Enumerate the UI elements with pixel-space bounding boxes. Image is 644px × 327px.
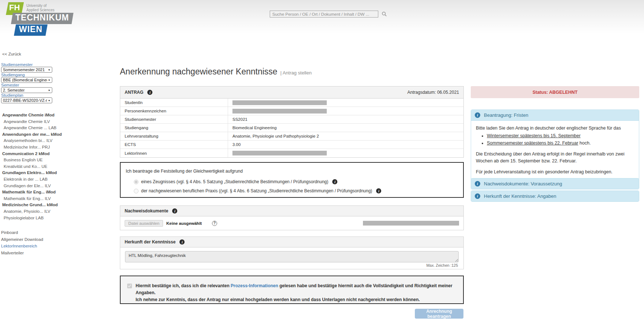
- info-icon[interactable]: i: [332, 179, 337, 184]
- confirmation-checkbox[interactable]: [127, 284, 132, 288]
- praxis-radio[interactable]: [134, 189, 139, 193]
- nav-item-module[interactable]: Medizinische Grund... kMod: [2, 202, 71, 208]
- nav-item[interactable]: Anatomie, Physiolo... ILV: [4, 208, 71, 215]
- fristen-deadline-list: Wintersemester spätestens bis 15. Septem…: [487, 132, 634, 146]
- table-row: Studiengang Biomedical Engineering: [120, 124, 463, 132]
- zeugnis-radio-label: eines Zeugnisses (vgl. § 4 Abs. 5 Satzun…: [141, 179, 328, 184]
- info-icon[interactable]: i: [172, 208, 177, 213]
- page-title: Anerkennung nachgewiesener Kenntnisse: [120, 67, 277, 77]
- filter-label-studienplan: Studienplan: [1, 93, 56, 97]
- nav-item[interactable]: Medizinische Infor... PRJ: [4, 144, 71, 151]
- herkunft-panel: Herkunft der Kenntnisse i HTL Mödling, F…: [120, 236, 464, 269]
- nachweisdokumente-voraussetzung-header[interactable]: i Nachweisdokumente: Voraussetzung: [471, 178, 639, 189]
- filter-label-studiengang: Studiengang: [1, 73, 56, 77]
- row-value: 3.00: [228, 142, 463, 147]
- table-row: Personenkennzeichen: [120, 107, 463, 115]
- row-label: Personenkennzeichen: [120, 107, 228, 115]
- fristen-panel-title: Beantragung: Fristen: [484, 112, 528, 118]
- logo-subtitle: University of Applied Sciences: [26, 2, 54, 12]
- page-title-row: Anerkennung nachgewiesener Kenntnisse | …: [120, 67, 312, 77]
- logo-technikum: TECHNIKUM: [11, 13, 73, 24]
- nav-item[interactable]: Kreativität und Ko... UE: [4, 164, 71, 170]
- anrechnung-beantragen-button[interactable]: Anrechnung beantragen: [415, 309, 463, 319]
- sommersemester-deadline-link[interactable]: Sommersemester spätestens bis 22. Februa…: [487, 141, 578, 146]
- question-icon[interactable]: ?: [212, 221, 217, 226]
- max-chars-hint: Max. Zeichen :125: [125, 263, 459, 268]
- info-icon[interactable]: i: [179, 239, 185, 245]
- confirmation-text: Hiermit bestätige ich, dass ich die rele…: [136, 282, 458, 304]
- info-icon[interactable]: i: [376, 188, 381, 193]
- nachweisdokumente-panel: Nachweisdokumente i Datei auswählen Kein…: [120, 205, 464, 230]
- row-label: Lehrveranstaltung: [120, 132, 228, 140]
- redacted-value: [232, 109, 327, 114]
- status-badge: Status: ABGELEHNT: [471, 86, 639, 98]
- herkunft-textarea[interactable]: HTL Mödling, Fahrzeugtechnik: [125, 251, 459, 262]
- info-icon: i: [475, 193, 480, 199]
- nav-item-module[interactable]: Grundlagen Elektro... kMod: [2, 170, 71, 176]
- fristen-paragraph: Die Entscheidung über den Antrag erfolgt…: [476, 151, 634, 164]
- studiensemester-select[interactable]: Sommersemester 2021 ▼: [1, 67, 52, 73]
- wintersemester-deadline-link[interactable]: Wintersemester spätestens bis 15. Septem…: [487, 133, 580, 138]
- file-select-button[interactable]: Datei auswählen: [125, 220, 163, 227]
- chevron-down-icon: ▼: [48, 79, 50, 81]
- chevron-down-icon: ▼: [48, 69, 50, 71]
- nav-item[interactable]: Physiologielabor LAB: [4, 215, 71, 222]
- logo-wien: WIEN: [14, 24, 48, 36]
- nav-item[interactable]: Elektronik in der ... LAB: [4, 176, 71, 183]
- chevron-down-icon: ▼: [48, 99, 50, 102]
- logo-subtitle-line1: University of: [26, 4, 54, 8]
- nav-item[interactable]: Grundlagen der Ele... ILV: [4, 183, 71, 189]
- studienplan-select[interactable]: 0227-BBE-WS2020-VZ-m ▼: [1, 97, 52, 103]
- prozess-informationen-link[interactable]: Prozess-Informationen: [231, 283, 278, 288]
- herkunft-body: HTL Mödling, Fahrzeugtechnik Max. Zeiche…: [120, 247, 463, 269]
- nav-item[interactable]: Angewandte Chemie ... LAB: [4, 125, 71, 131]
- fristen-panel-body: Bitte laden Sie den Antrag in deutscher …: [471, 120, 639, 180]
- row-label: ECTS: [120, 141, 228, 149]
- fristen-intro: Bitte laden Sie den Antrag in deutscher …: [476, 125, 634, 131]
- equivalence-intro: Ich beantrage die Feststellung der Gleic…: [126, 169, 458, 174]
- filter-label-semester: Semester: [1, 83, 56, 87]
- sidebar-filters: Studiensemester Sommersemester 2021 ▼ St…: [1, 62, 56, 103]
- herkunft-angaben-header[interactable]: i Herkunft der Kenntnisse: Angaben: [471, 191, 639, 201]
- fhtw-logo: FH University of Applied Sciences TECHNI…: [6, 2, 73, 36]
- zeugnis-radio[interactable]: [134, 180, 139, 184]
- herkunft-angaben-title: Herkunft der Kenntnisse: Angaben: [484, 193, 556, 199]
- nav-item-module[interactable]: Communication 2 kMod: [2, 151, 71, 157]
- sidebar-item-lektorinnenbereich[interactable]: LektorInnenbereich: [1, 243, 43, 250]
- nav-item-module[interactable]: Anwendungen der me... kMod: [2, 131, 71, 138]
- table-row: ECTS 3.00: [120, 141, 463, 149]
- semester-select-value: 2. Semester: [3, 88, 24, 92]
- equivalence-box: Ich beantrage die Feststellung der Gleic…: [120, 162, 464, 198]
- confirmation-box: Hiermit bestätige ich, dass ich die rele…: [120, 276, 464, 304]
- antrag-panel: ANTRAG i Antragsdatum: 06.05.2021 Studen…: [120, 86, 464, 158]
- studiengang-select[interactable]: BBE (Biomedical Engineer ▼: [1, 77, 52, 83]
- nav-item[interactable]: Angewandte Chemie ILV: [4, 119, 71, 125]
- confirmation-line1: Hiermit bestätige ich, dass ich die rele…: [136, 282, 458, 296]
- herkunft-angaben-panel: i Herkunft der Kenntnisse: Angaben: [471, 191, 639, 202]
- sidebar-footer: Pinboard Allgemeiner Download LektorInne…: [1, 229, 43, 256]
- info-icon[interactable]: i: [147, 90, 152, 95]
- redacted-value: [232, 151, 327, 155]
- antrag-date: Antragsdatum: 06.05.2021: [408, 90, 459, 95]
- table-row: LektorInnen: [120, 149, 463, 157]
- search-input[interactable]: [270, 11, 378, 18]
- deadline-suffix: hoch.: [578, 141, 591, 146]
- fristen-panel-header[interactable]: i Beantragung: Fristen: [471, 110, 639, 120]
- nav-item-module[interactable]: Mathematik für Eng... iMod: [2, 189, 71, 196]
- back-link[interactable]: << Zurück: [2, 52, 21, 56]
- chevron-down-icon: ▼: [48, 89, 50, 92]
- sidebar-item-mailverteiler[interactable]: Mailverteiler: [1, 250, 43, 257]
- nav-item[interactable]: Mathematik für Eng... ILV: [4, 196, 71, 202]
- nav-item[interactable]: Business English UE: [4, 157, 71, 164]
- nav-item[interactable]: Analysemethoden bi... ILV: [4, 138, 71, 144]
- row-label: Studiengang: [120, 124, 228, 132]
- global-search: [270, 11, 387, 18]
- sidebar-item-pinboard[interactable]: Pinboard: [1, 229, 43, 236]
- row-label: Studiensemester: [120, 115, 228, 123]
- nav-item-module[interactable]: Angewandte Chemie iMod: [2, 112, 71, 119]
- search-icon[interactable]: [382, 11, 387, 17]
- nachweisdokumente-body: Datei auswählen Keine ausgewählt ?: [120, 216, 463, 230]
- nachweisdokumente-header: Nachweisdokumente i: [120, 206, 463, 216]
- sidebar-item-allgemeiner-download[interactable]: Allgemeiner Download: [1, 236, 43, 243]
- semester-select[interactable]: 2. Semester ▼: [1, 87, 52, 93]
